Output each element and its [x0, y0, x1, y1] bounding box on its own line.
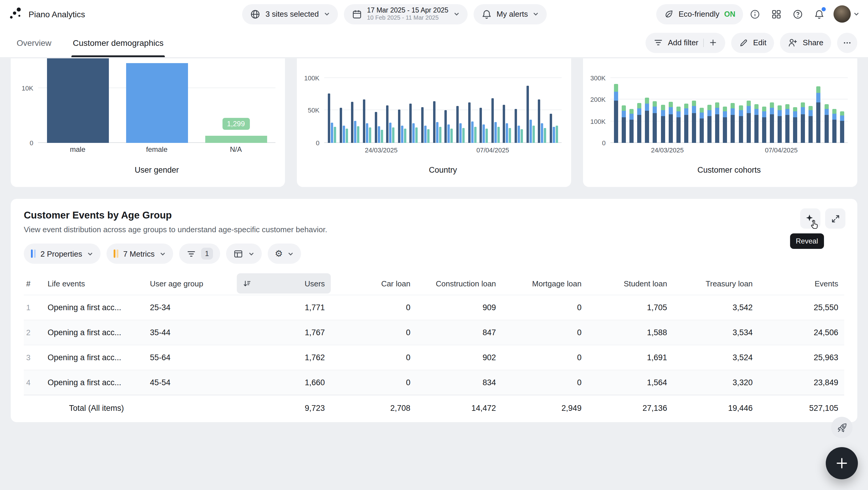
series-bar — [451, 128, 453, 143]
view-table-chip[interactable] — [226, 243, 262, 264]
bar-group — [526, 86, 534, 143]
cell: 25,963 — [758, 353, 844, 362]
column-header-users[interactable]: Users — [237, 273, 331, 293]
y-tick-label: 0 — [316, 139, 319, 146]
column-header-car-loan[interactable]: Car loan — [331, 279, 416, 288]
cell: 0 — [331, 378, 416, 387]
stack-segment — [638, 115, 642, 143]
info-icon — [750, 9, 760, 19]
chart-xaxis: 24/03/202507/04/2025 — [324, 145, 562, 157]
tab-customer-demographics[interactable]: Customer demographics — [73, 28, 164, 57]
cell: 0 — [502, 303, 588, 312]
eco-friendly-toggle[interactable]: Eco-friendly ON — [656, 4, 743, 24]
stack-segment — [676, 111, 681, 117]
metrics-chip[interactable]: 7 Metrics — [106, 243, 173, 264]
column-header-student-loan[interactable]: Student loan — [588, 279, 673, 288]
filter-count-badge: 1 — [201, 248, 213, 260]
series-bar — [404, 128, 406, 143]
series-bar — [445, 110, 447, 143]
bar-group — [328, 93, 336, 143]
bell-icon — [481, 9, 492, 19]
x-category-label: male — [38, 145, 117, 157]
x-category-label: female — [117, 145, 196, 157]
series-bar — [538, 99, 540, 143]
column-header-life-events[interactable]: Life events — [45, 279, 148, 288]
table-view-icon — [233, 249, 243, 259]
y-tick-label: 300K — [590, 75, 606, 82]
column-header-events[interactable]: Events — [758, 279, 844, 288]
stack-segment — [754, 109, 758, 115]
bar-N/A — [205, 136, 267, 143]
more-options-button[interactable] — [837, 32, 857, 53]
bar-slot — [117, 58, 196, 143]
cell: 25-34 — [148, 303, 237, 312]
stacked-bar — [653, 101, 657, 143]
tab-overview[interactable]: Overview — [17, 28, 52, 57]
metrics-label: 7 Metrics — [123, 249, 154, 258]
series-bar — [515, 109, 517, 143]
expand-button[interactable] — [825, 208, 845, 229]
notifications-button[interactable] — [810, 4, 829, 24]
table-row[interactable]: 2Opening a first acc...35-441,767084701,… — [24, 320, 844, 345]
help-button[interactable] — [788, 4, 807, 24]
series-bar — [526, 86, 529, 143]
piano-analytics-logo[interactable] — [8, 6, 23, 22]
cell: 0 — [502, 328, 588, 337]
column-header-treasury-loan[interactable]: Treasury loan — [673, 279, 759, 288]
properties-icon — [31, 250, 36, 258]
table-row[interactable]: 1Opening a first acc...25-341,771090901,… — [24, 295, 844, 320]
share-button[interactable]: Share — [780, 32, 831, 53]
table-row[interactable]: 3Opening a first acc...55-641,762090201,… — [24, 345, 844, 370]
add-filter-button[interactable]: Add filter — [645, 32, 725, 53]
tabs: Overview Customer demographics — [17, 28, 164, 57]
y-tick-label: 10K — [22, 85, 33, 92]
stack-segment — [778, 110, 782, 116]
stacked-bar — [801, 102, 805, 143]
series-bar — [471, 121, 473, 143]
series-bar — [532, 125, 534, 143]
date-range-text: 17 Mar 2025 - 15 Apr 2025 10 Feb 2025 - … — [367, 6, 448, 22]
edit-button[interactable]: Edit — [731, 32, 774, 53]
bar-group — [433, 101, 441, 143]
settings-chip[interactable]: ⚙ — [268, 243, 301, 264]
series-bar — [544, 128, 547, 143]
bar-group — [456, 106, 465, 143]
column-header-user-age-group[interactable]: User age group — [148, 279, 237, 288]
sites-selector[interactable]: 3 sites selected — [242, 4, 338, 24]
stack-segment — [770, 114, 774, 143]
total-cell: 527,105 — [758, 404, 844, 412]
table-row[interactable]: 4Opening a first acc...45-541,660083401,… — [24, 370, 844, 395]
stacked-bar — [715, 103, 719, 143]
filter-chip[interactable]: 1 — [179, 243, 220, 264]
total-cell: 9,723 — [237, 404, 331, 412]
info-button[interactable] — [745, 4, 765, 24]
cell: 909 — [416, 303, 502, 312]
chevron-down-icon — [533, 11, 539, 17]
apps-grid-icon — [771, 9, 782, 19]
stack-segment — [816, 86, 821, 93]
cell: 1 — [24, 303, 45, 312]
series-bar — [448, 125, 450, 143]
column-header-mortgage-loan[interactable]: Mortgage loan — [502, 279, 588, 288]
series-bar — [342, 125, 345, 143]
my-alerts-button[interactable]: My alerts — [473, 4, 547, 24]
apps-menu-button[interactable] — [767, 4, 786, 24]
rocket-button[interactable] — [831, 417, 852, 438]
series-bar — [380, 130, 383, 143]
date-range-comparison: 10 Feb 2025 - 11 Mar 2025 — [367, 15, 439, 22]
stack-segment — [661, 116, 665, 143]
series-bar — [374, 112, 377, 143]
properties-chip[interactable]: 2 Properties — [24, 243, 100, 264]
help-icon — [793, 9, 803, 19]
column-header-construction-loan[interactable]: Construction loan — [416, 279, 502, 288]
user-menu-button[interactable] — [834, 5, 860, 23]
date-range-picker[interactable]: 17 Mar 2025 - 15 Apr 2025 10 Feb 2025 - … — [344, 4, 468, 24]
series-bar — [357, 126, 360, 143]
cell: 3 — [24, 353, 45, 362]
stack-segment — [653, 101, 657, 107]
series-bar — [439, 126, 441, 143]
create-new-button[interactable] — [826, 447, 858, 479]
bar-group — [538, 99, 547, 143]
series-bar — [497, 126, 500, 143]
stacked-bar — [746, 101, 750, 143]
